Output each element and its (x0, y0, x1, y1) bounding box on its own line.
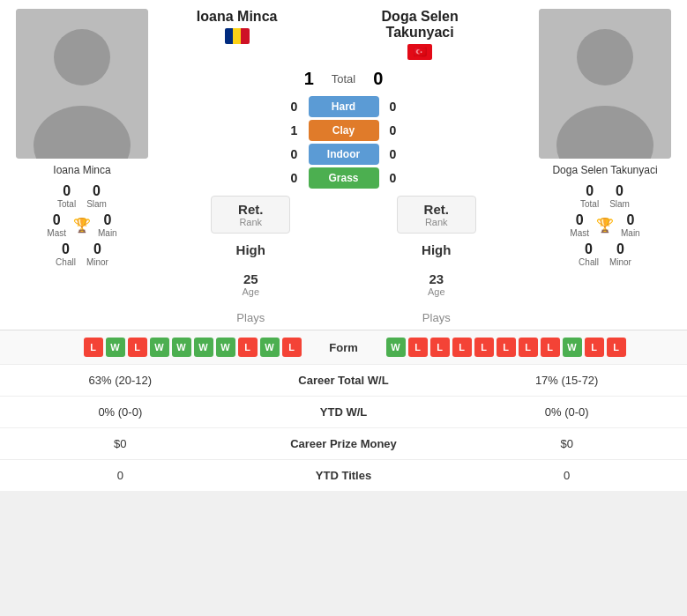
player2-high-val: High (406, 242, 467, 257)
player2-form-badge-8: W (563, 338, 582, 357)
player2-form-badge-10: L (607, 338, 626, 357)
player2-form-badge-7: L (541, 338, 560, 357)
player2-form-badge-0: W (386, 338, 406, 357)
player2-mast-val: 0 (570, 212, 589, 228)
player1-form-badge-9: L (282, 338, 302, 357)
player1-form-badge-5: W (194, 338, 213, 357)
stats-label-0: Career Total W/L (241, 365, 447, 397)
player1-silhouette (16, 9, 148, 159)
player2-age-box: 23 Age (397, 266, 476, 302)
player2-form-badge-5: L (497, 338, 516, 357)
player2-form-badge-2: L (430, 338, 450, 357)
stats-left-3: 0 (0, 460, 241, 492)
player2-minor-block: 0 Minor (609, 241, 631, 267)
player2-plays-box: Plays (397, 306, 476, 330)
surface-badge-clay: Clay (309, 120, 379, 141)
surface-badge-hard: Hard (309, 96, 379, 117)
stats-label-1: YTD W/L (241, 397, 447, 428)
surface-row-hard: 0 Hard 0 (161, 96, 526, 117)
player2-minor-val: 0 (609, 241, 631, 257)
player2-main-val: 0 (621, 212, 640, 228)
player2-name-label: Doga Selen Takunyaci (552, 164, 657, 176)
stats-left-2: $0 (0, 428, 241, 460)
total-label: Total (332, 72, 355, 85)
player1-rank-box: Ret. Rank (211, 196, 290, 234)
player2-total-block: 0 Total (580, 183, 599, 209)
stats-right-2: $0 (446, 428, 687, 460)
player1-mast-val: 0 (47, 212, 66, 228)
stats-right-0: 17% (15-72) (446, 365, 687, 397)
player2-form-badge-1: L (408, 338, 428, 357)
player2-minor-lbl: Minor (609, 257, 631, 267)
player1-heading: Ioana Minca (197, 9, 278, 44)
surface-badge-indoor: Indoor (309, 144, 379, 165)
stats-row-1: 0% (0-0) YTD W/L 0% (0-0) (0, 397, 687, 428)
player1-form-badge-3: W (150, 338, 169, 357)
player2-total-val: 0 (580, 183, 599, 199)
player1-minor-lbl: Minor (86, 257, 108, 267)
player1-form: LWLWWWWLWL (7, 338, 302, 357)
surface-p2-score-2: 0 (385, 147, 402, 161)
player1-minor-block: 0 Minor (86, 241, 108, 267)
player1-form-badge-1: W (106, 338, 125, 357)
player2-avatar (539, 9, 671, 159)
form-label: Form (309, 341, 379, 354)
stats-row-2: $0 Career Prize Money $0 (0, 428, 687, 460)
player2-form-badge-3: L (452, 338, 472, 357)
player2-form: WLLLLLLLWLL (386, 338, 681, 357)
player2-flag: 🇹🇷 (407, 44, 432, 60)
player1-form-badge-2: L (128, 338, 147, 357)
player2-rank-val: Ret. (407, 202, 467, 217)
player1-chall-lbl: Chall (56, 257, 76, 267)
player2-main-lbl: Main (621, 228, 640, 238)
player1-mast-block: 0 Mast (47, 212, 66, 238)
player2-form-badge-9: L (585, 338, 604, 357)
player1-total-val: 0 (57, 183, 76, 199)
total-score-p2: 0 (373, 69, 383, 89)
player2-trophy-row: 0 Mast 🏆 0 Main (570, 212, 639, 238)
player1-chall-block: 0 Chall (56, 241, 76, 267)
player1-form-badge-6: W (216, 338, 235, 357)
player2-mast-block: 0 Mast (570, 212, 589, 238)
stats-left-0: 63% (20-12) (0, 365, 241, 397)
player1-minor-val: 0 (86, 241, 108, 257)
player1-main-lbl: Main (98, 228, 117, 238)
player2-total-lbl: Total (580, 199, 599, 209)
player2-high-box: High (397, 237, 476, 263)
player1-form-badge-4: W (172, 338, 191, 357)
player1-rank-lbl: Rank (220, 217, 280, 227)
surface-p2-score-0: 0 (385, 100, 402, 114)
player1-main-val: 0 (98, 212, 117, 228)
surface-row-grass: 0 Grass 0 (161, 167, 526, 189)
player1-center-name: Ioana Minca (197, 9, 278, 25)
surface-p1-score-2: 0 (286, 147, 303, 161)
player1-age-box: 25 Age (211, 266, 290, 302)
total-score-p1: 1 (304, 69, 314, 89)
player1-flag (225, 28, 250, 44)
stats-left-1: 0% (0-0) (0, 397, 241, 428)
player2-form-badge-4: L (474, 338, 494, 357)
player2-rank-box: Ret. Rank (397, 196, 476, 234)
stats-right-3: 0 (446, 460, 687, 492)
player1-name-label: Ioana Minca (53, 164, 110, 176)
surface-row-indoor: 0 Indoor 0 (161, 144, 526, 165)
stats-label-2: Career Prize Money (241, 428, 447, 460)
player1-high-val: High (220, 242, 281, 257)
stats-row-3: 0 YTD Titles 0 (0, 460, 687, 492)
surface-p1-score-0: 0 (286, 100, 303, 114)
stats-label-3: YTD Titles (241, 460, 447, 492)
stats-row-0: 63% (20-12) Career Total W/L 17% (15-72) (0, 365, 687, 397)
surface-badge-grass: Grass (309, 167, 379, 189)
player1-plays-lbl: Plays (220, 311, 281, 324)
player2-main-block: 0 Main (621, 212, 640, 238)
svg-point-4 (577, 29, 633, 85)
player1-age-val: 25 (220, 271, 281, 286)
form-section: LWLWWWWLWL Form WLLLLLLLWLL (0, 330, 687, 364)
player1-avatar (16, 9, 148, 159)
surface-p2-score-1: 0 (385, 123, 402, 137)
player2-age-lbl: Age (406, 286, 467, 297)
player1-age-lbl: Age (220, 286, 281, 297)
player1-form-badge-7: L (238, 338, 258, 357)
player2-rank-lbl: Rank (407, 217, 467, 227)
surface-row-clay: 1 Clay 0 (161, 120, 526, 141)
